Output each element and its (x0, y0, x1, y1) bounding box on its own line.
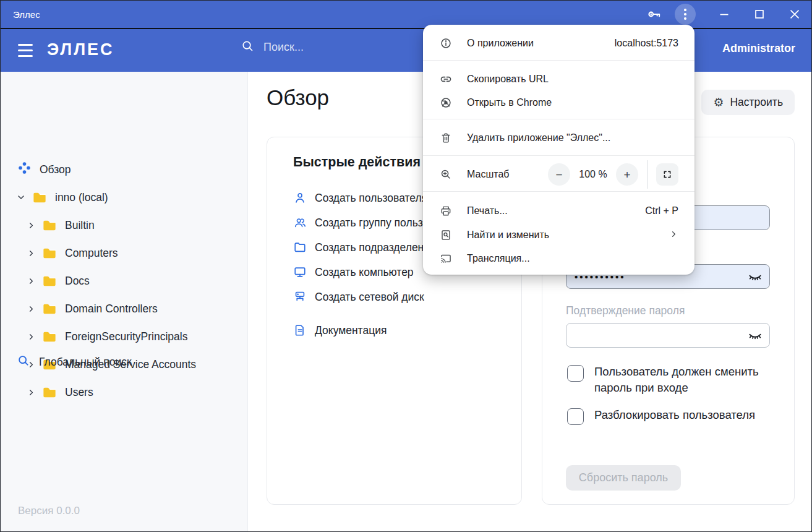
menu-item-open-in-chrome[interactable]: Открыть в Chrome (423, 91, 694, 114)
menu-item-copy-url[interactable]: Скопировать URL (423, 67, 694, 91)
menu-item-zoom: Масштаб − 100 % + (423, 159, 694, 190)
fullscreen-icon (662, 169, 672, 179)
folder-icon (43, 387, 56, 398)
maximize-button[interactable] (745, 1, 774, 28)
info-icon (440, 37, 452, 49)
menu-divider (423, 155, 694, 156)
chevron-down-icon[interactable] (15, 192, 27, 203)
app-host: localhost:5173 (615, 38, 678, 49)
sidebar-item-global-search[interactable]: Глобальный поиск (17, 352, 132, 372)
menu-item-print[interactable]: Печать... Ctrl + P (423, 199, 694, 223)
zoom-in-button[interactable]: + (616, 163, 638, 186)
documentation-link[interactable]: Документация (293, 318, 387, 343)
confirm-password-label: Подтверждение пароля (566, 304, 685, 317)
eye-closed-icon (747, 328, 763, 344)
folder-icon (43, 303, 56, 315)
eye-closed-icon (747, 269, 763, 285)
passkey-icon[interactable] (640, 1, 669, 28)
find-in-page-icon (440, 229, 452, 241)
checkbox[interactable] (567, 408, 584, 425)
search-icon (17, 354, 30, 371)
menu-divider (423, 60, 694, 61)
window-title: Эллес (13, 9, 40, 20)
folder-icon (43, 331, 56, 343)
cast-icon (440, 252, 452, 265)
zoom-level: 100 % (570, 169, 616, 180)
menu-item-find-and-edit[interactable]: Найти и изменить (423, 223, 694, 247)
kebab-icon (675, 4, 696, 25)
user-icon (293, 191, 307, 205)
folder-icon (43, 247, 56, 259)
sidebar-item-overview[interactable]: Обзор (18, 160, 71, 179)
link-icon (440, 73, 452, 85)
gear-icon: ⚙ (713, 97, 724, 108)
create-ou-link[interactable]: Создать подразделение (293, 235, 436, 260)
chevron-right-icon[interactable] (25, 387, 36, 398)
confirm-password-field[interactable] (566, 323, 770, 348)
folder-outline-icon (293, 241, 307, 254)
toggle-password-visibility-button[interactable] (747, 328, 763, 344)
chevron-right-icon[interactable] (25, 247, 36, 259)
document-icon (293, 324, 307, 337)
overview-dots-icon (18, 161, 31, 178)
sidebar-item-docs[interactable]: Docs (25, 271, 90, 291)
folder-icon (33, 192, 46, 204)
zoom-out-button[interactable]: − (548, 163, 570, 186)
folder-icon (43, 275, 56, 287)
page-title: Обзор (267, 85, 329, 110)
menu-item-cast[interactable]: Трансляция... (423, 247, 694, 270)
app-version: Версия 0.0.0 (18, 505, 80, 517)
chevron-right-icon[interactable] (25, 331, 36, 342)
chrome-icon (440, 97, 452, 109)
users-group-icon (293, 216, 307, 230)
app-logo: ЭЛЛЕС (47, 40, 114, 59)
sidebar: Обзор inno (local) Builtin Computers Doc… (1, 72, 248, 532)
menu-divider (423, 191, 694, 192)
zoom-in-icon (440, 168, 452, 181)
sidebar-item-computers[interactable]: Computers (25, 243, 118, 263)
checkbox[interactable] (567, 365, 584, 382)
network-drive-icon (293, 290, 307, 304)
create-user-link[interactable]: Создать пользователя (293, 186, 427, 210)
sidebar-item-users[interactable]: Users (25, 382, 93, 402)
menu-item-about[interactable]: О приложении localhost:5173 (423, 32, 694, 55)
shortcut-hint: Ctrl + P (645, 205, 678, 217)
sidebar-item-domain-controllers[interactable]: Domain Controllers (25, 299, 158, 319)
unlock-user-checkbox-row[interactable]: Разблокировать пользователя (567, 407, 761, 425)
close-button[interactable] (780, 1, 809, 28)
printer-icon (440, 205, 452, 217)
titlebar: Эллес (1, 1, 812, 28)
menu-item-uninstall[interactable]: Удалить приложение "Эллес"... (423, 126, 694, 150)
create-network-drive-link[interactable]: Создать сетевой диск (293, 285, 424, 309)
fullscreen-button[interactable] (656, 163, 678, 186)
submenu-chevron-icon (669, 230, 678, 241)
chrome-app-menu: О приложении localhost:5173 Скопировать … (423, 25, 694, 275)
menu-divider (423, 119, 694, 119)
folder-icon (43, 220, 56, 231)
app-menu-button[interactable] (671, 1, 699, 28)
quick-actions-title: Быстрые действия (293, 155, 421, 170)
configure-button[interactable]: ⚙ Настроить (701, 90, 795, 115)
reset-password-button[interactable]: Сбросить пароль (566, 465, 681, 491)
chevron-right-icon[interactable] (25, 303, 36, 314)
must-change-password-checkbox-row[interactable]: Пользователь должен сменить пароль при в… (567, 364, 761, 395)
sidebar-item-builtin[interactable]: Builtin (25, 215, 95, 235)
minimize-button[interactable] (710, 1, 738, 28)
sidebar-item-foreign-security-principals[interactable]: ForeignSecurityPrincipals (25, 327, 187, 346)
monitor-icon (293, 265, 307, 279)
toggle-password-visibility-button[interactable] (747, 269, 763, 285)
create-computer-link[interactable]: Создать компьютер (293, 260, 414, 285)
trash-icon (440, 132, 452, 144)
sidebar-item-domain-root[interactable]: inno (local) (15, 187, 108, 207)
search-icon (241, 39, 255, 56)
hamburger-menu-icon[interactable] (18, 44, 33, 57)
chevron-right-icon[interactable] (25, 275, 36, 286)
current-user[interactable]: Administrator (722, 42, 795, 55)
chevron-right-icon[interactable] (25, 220, 36, 231)
menu-vertical-divider (647, 160, 647, 189)
